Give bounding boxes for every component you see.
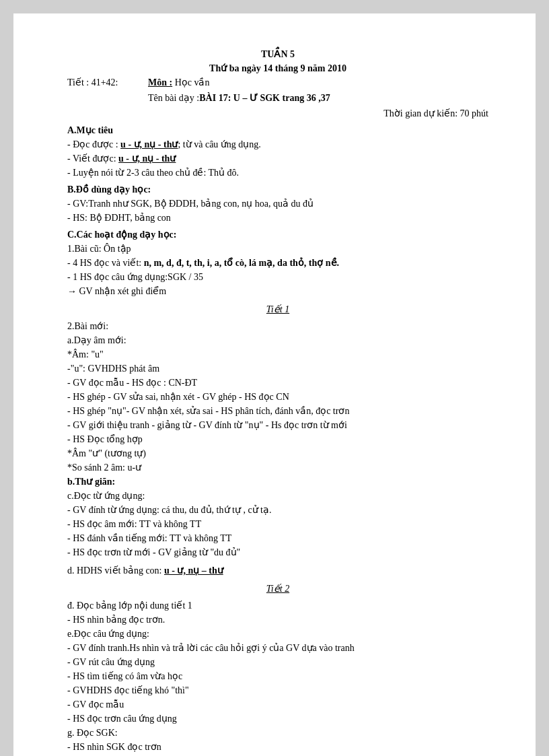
am-u-line-2: - GV đọc mẫu - HS đọc : CN-ĐT [67,376,488,390]
tiet1-label: Tiết 1 [67,302,488,316]
doc-tu-line-1: - GV đính từ ứng dụng: cá thu, du đủ, th… [67,503,488,517]
am-u-tuong-tu: *Âm "ư" (tương tự) [67,446,488,460]
ten-bai-value: BÀI 17: U – Ư SGK trang 36 ,37 [199,91,330,105]
doc-cau-title: e.Đọc câu ứng dụng: [67,627,488,641]
am-u-line-4: - HS ghép "nụ"- GV nhận xét, sửa sai - H… [67,404,488,418]
page-title: TUẦN 5 [67,47,488,61]
mon-value: Học vần [175,77,210,88]
do-dung-line-2: - HS: Bộ ĐDHT, bảng con [67,211,488,225]
ten-bai-row: Tên bài dạy : BÀI 17: U – Ư SGK trang 36… [67,91,488,105]
tiet2-label: Tiết 2 [67,582,488,596]
tiet-label: Tiết : 41+42: [67,75,148,90]
am-u-line-6: - HS Đọc tổng hợp [67,432,488,446]
do-dung-line-1: - GV:Tranh như SGK, Bộ ĐDDH, bảng con, n… [67,197,488,211]
doc-tu-line-4: - HS đọc trơn từ mới - GV giảng từ "du đ… [67,545,488,559]
bai-cu-title: 1.Bài cũ: Ôn tập [67,242,488,256]
muc-tieu-title: A.Mục tiêu [67,123,488,137]
am-u-line-1: -"u": GVHDHS phát âm [67,362,488,376]
doc-cau-line-5: - GV đọc mẫu [67,697,488,712]
thu-gian-b-title: b.Thư giãn: [67,475,488,489]
mon-keyword: Môn : [148,77,172,88]
doc-sgk-title: g. Đọc SGK: [67,726,488,740]
muc-tieu-line-3: - Luyện nói từ 2-3 câu theo chủ đề: Thủ … [67,166,488,180]
doc-cau-line-3: - HS tìm tiếng có âm vừa học [67,669,488,683]
doc-tu-line-2: - HS đọc âm mới: TT và không TT [67,517,488,531]
muc-tieu-section: A.Mục tiêu - Đọc được : u - ư, nụ - thư;… [67,123,488,180]
doc-cau-line-6: - HS đọc trơn câu ứng dụng [67,712,488,726]
tiet-mon-row: Tiết : 41+42: Môn : Học vần [67,75,488,90]
doc-cau-line-1: - GV đính tranh.Hs nhìn và trả lời các c… [67,641,488,655]
hdhs-viet-line: d. HDHS viết bảng con: u - ư, nụ – thư [67,563,488,578]
hoat-dong-title: C.Các hoạt động dạy học: [67,228,488,242]
do-dung-section: B.Đồ dùng dạy học: - GV:Tranh như SGK, B… [67,182,488,225]
bai-moi-title: 2.Bài mới: [67,319,488,333]
ten-bai-label: Tên bài dạy : [148,91,199,105]
am-u-line-3: - HS ghép - GV sửa sai, nhận xét - GV gh… [67,390,488,404]
doc-cau-line-4: - GVHDHS đọc tiếng khó "thì" [67,683,488,697]
am-u-line-5: - GV giới thiệu tranh - giảng từ - GV đí… [67,418,488,432]
doc-tu-title: c.Đọc từ ứng dụng: [67,489,488,503]
hoat-dong-section: C.Các hoạt động dạy học: 1.Bài cũ: Ôn tậ… [67,228,488,756]
doc-bang-title: đ. Đọc bảng lớp nội dung tiết 1 [67,598,488,613]
tiet1-text: Tiết 1 [266,304,289,314]
do-dung-title: B.Đồ dùng dạy học: [67,182,488,197]
tgian-row: Thời gian dự kiến: 70 phút [67,106,488,121]
day-am-title: a.Dạy âm mới: [67,333,488,347]
mon-label: Môn : Học vần [148,75,210,90]
muc-tieu-line-1: - Đọc được : u - ư, nụ - thư; từ và câu … [67,137,488,151]
bai-cu-line-1: - 4 HS đọc và viết: n, m, d, đ, t, th, i… [67,256,488,270]
page: TUẦN 5 Thứ ba ngày 14 tháng 9 năm 2010 T… [13,13,536,756]
muc-tieu-line-2: - Viết được: u - ư, nụ - thư [67,151,488,166]
doc-tu-line-3: - HS đánh vần tiếng mới: TT và không TT [67,531,488,545]
doc-sgk-line-1: - HS nhìn SGK đọc trơn [67,740,488,754]
ten-bai-bold: BÀI 17: U – Ư SGK trang 36 ,37 [199,93,330,103]
bai-cu-line-2: - 1 HS đọc câu ứng dụng:SGK / 35 [67,270,488,284]
mon-label-text: Môn : Học vần [148,77,210,88]
bai-cu-line-3: → GV nhận xét ghi điểm [67,284,488,298]
so-sanh: *So sánh 2 âm: u-ư [67,460,488,475]
doc-bang-line-1: - HS nhìn bảng đọc trơn. [67,613,488,627]
am-u-title: *Âm: "u" [67,347,488,362]
tiet2-text: Tiết 2 [266,584,289,594]
page-subtitle: Thứ ba ngày 14 tháng 9 năm 2010 [67,61,488,75]
doc-cau-line-2: - GV rút câu ứng dụng [67,655,488,669]
tgian-label: Thời gian dự kiến: 70 phút [383,108,488,118]
